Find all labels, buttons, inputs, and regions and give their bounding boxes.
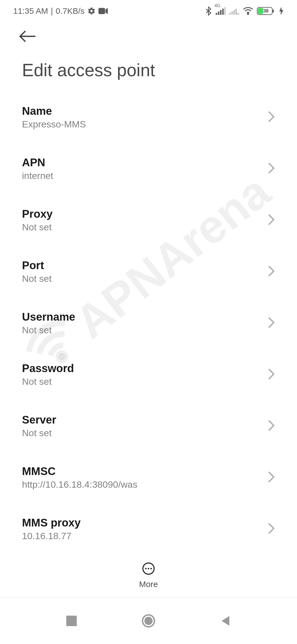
svg-rect-13 — [258, 8, 263, 14]
setting-value: Not set — [22, 376, 74, 387]
camera-icon — [98, 8, 108, 14]
chevron-right-icon — [268, 163, 275, 175]
setting-apn[interactable]: APN internet — [22, 143, 275, 194]
setting-port[interactable]: Port Not set — [22, 246, 275, 297]
setting-text: Name Expresso-MMS — [22, 105, 86, 130]
svg-rect-6 — [224, 7, 226, 15]
setting-label: Server — [22, 414, 56, 426]
status-separator: | — [51, 6, 53, 16]
setting-value: Not set — [22, 428, 56, 438]
setting-password[interactable]: Password Not set — [22, 349, 275, 400]
setting-text: APN internet — [22, 156, 53, 181]
back-bar — [0, 22, 297, 43]
nav-home-button[interactable] — [140, 613, 157, 629]
svg-rect-3 — [218, 12, 219, 15]
chevron-right-icon — [268, 420, 275, 432]
charging-icon — [279, 7, 284, 15]
settings-list: Name Expresso-MMS APN internet Proxy Not… — [0, 91, 297, 555]
setting-value: Not set — [22, 222, 53, 233]
nav-bar — [0, 597, 297, 644]
nav-recents-button[interactable] — [63, 613, 80, 629]
svg-rect-10 — [235, 9, 237, 15]
setting-label: Name — [22, 105, 86, 117]
setting-label: Proxy — [22, 208, 53, 220]
setting-username[interactable]: Username Not set — [22, 297, 275, 349]
svg-rect-9 — [233, 10, 235, 15]
svg-rect-20 — [66, 616, 77, 626]
status-time: 11:35 AM — [13, 6, 48, 16]
setting-proxy[interactable]: Proxy Not set — [22, 194, 275, 246]
svg-rect-8 — [231, 12, 233, 15]
setting-text: MMSC http://10.16.18.4:38090/was — [22, 465, 138, 490]
signal-4g-icon: 4G — [216, 7, 226, 15]
bluetooth-icon — [205, 6, 212, 16]
chevron-right-icon — [268, 266, 275, 278]
setting-value: internet — [22, 170, 53, 181]
chevron-right-icon — [268, 317, 275, 329]
wifi-icon — [243, 7, 253, 15]
chevron-right-icon — [268, 111, 275, 123]
gear-icon — [87, 7, 96, 15]
setting-value: Not set — [22, 325, 75, 335]
svg-point-17 — [145, 568, 147, 569]
setting-mms-proxy[interactable]: MMS proxy 10.16.18.77 — [22, 503, 275, 555]
svg-point-11 — [248, 13, 249, 15]
chevron-right-icon — [268, 523, 275, 535]
setting-text: Port Not set — [22, 259, 52, 284]
battery-icon: 38 — [257, 7, 275, 15]
svg-rect-14 — [273, 10, 274, 13]
setting-label: MMS proxy — [22, 517, 81, 529]
setting-label: Username — [22, 311, 75, 323]
network-label: 4G — [215, 3, 220, 8]
svg-point-22 — [144, 617, 153, 625]
status-speed: 0.7KB/s — [56, 6, 85, 16]
svg-point-18 — [148, 568, 149, 569]
signal-no-sim-icon — [229, 7, 239, 15]
setting-text: Username Not set — [22, 311, 75, 335]
status-left: 11:35 AM | 0.7KB/s — [13, 6, 108, 16]
chevron-right-icon — [268, 369, 275, 381]
setting-value: Expresso-MMS — [22, 119, 86, 130]
setting-server[interactable]: Server Not set — [22, 400, 275, 452]
chevron-right-icon — [268, 471, 275, 484]
battery-percent-text: 38 — [263, 9, 268, 13]
setting-text: Proxy Not set — [22, 208, 53, 233]
setting-label: APN — [22, 156, 53, 169]
setting-value: 10.16.18.77 — [22, 531, 81, 541]
more-icon[interactable] — [142, 562, 155, 576]
setting-value: Not set — [22, 273, 52, 284]
setting-value: http://10.16.18.4:38090/was — [22, 479, 138, 490]
setting-text: MMS proxy 10.16.18.77 — [22, 517, 81, 541]
chevron-right-icon — [268, 214, 275, 226]
setting-label: Password — [22, 362, 74, 375]
setting-mmsc[interactable]: MMSC http://10.16.18.4:38090/was — [22, 452, 275, 503]
nav-back-button[interactable] — [217, 613, 234, 629]
svg-rect-7 — [229, 13, 231, 15]
svg-rect-5 — [222, 9, 224, 15]
status-bar: 11:35 AM | 0.7KB/s 4G 38 — [0, 0, 297, 22]
status-right: 4G 38 — [205, 6, 284, 16]
svg-rect-2 — [216, 13, 217, 15]
setting-text: Password Not set — [22, 362, 74, 387]
svg-rect-1 — [98, 8, 105, 14]
setting-text: Server Not set — [22, 414, 56, 438]
svg-point-19 — [150, 568, 152, 569]
setting-label: Port — [22, 259, 52, 272]
back-arrow-icon[interactable] — [19, 30, 36, 42]
setting-label: MMSC — [22, 465, 138, 477]
page-title: Edit access point — [0, 43, 297, 91]
setting-name[interactable]: Name Expresso-MMS — [22, 91, 275, 143]
more-bar: More — [0, 554, 297, 589]
more-label[interactable]: More — [139, 580, 158, 589]
svg-rect-4 — [220, 10, 221, 15]
